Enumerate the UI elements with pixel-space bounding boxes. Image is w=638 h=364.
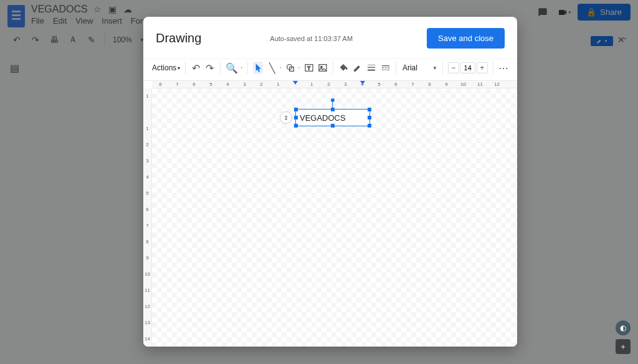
indent-marker-left[interactable] [293,81,298,85]
shape-tool[interactable] [285,62,296,74]
svg-rect-17 [389,70,389,70]
font-size-input[interactable]: 14 [460,62,475,73]
select-tool[interactable] [253,62,264,74]
font-size-decrease[interactable]: − [448,62,459,73]
border-dash-icon[interactable] [381,62,391,74]
svg-rect-6 [368,65,375,65]
border-weight-icon[interactable] [366,62,377,74]
svg-rect-10 [382,67,384,68]
textbox-tool[interactable]: T [303,62,314,74]
explore-icon[interactable]: ◐ [616,320,631,335]
svg-rect-15 [385,70,386,70]
font-select[interactable]: Arial [401,63,429,72]
line-tool[interactable]: ╲ [267,62,277,74]
resize-handle[interactable] [368,124,371,128]
dialog-title: Drawing [156,31,201,45]
textbox-selected[interactable]: VEGADOCS ⇕ [295,109,370,126]
autosave-status: Auto-saved at 11:03:37 AM [270,35,353,42]
horizontal-ruler: 87654321123456789101112 [152,81,517,88]
redo-icon[interactable]: ↷ [205,62,216,74]
border-color-icon[interactable] [353,62,363,74]
svg-rect-11 [385,67,387,68]
svg-rect-8 [368,70,375,71]
drawing-canvas[interactable]: VEGADOCS ⇕ [152,88,517,347]
svg-rect-12 [388,67,389,68]
more-icon[interactable]: ⋯ [498,62,509,74]
textbox-text[interactable]: VEGADOCS [300,113,346,123]
fill-color-icon[interactable] [338,62,349,74]
feedback-icon[interactable]: ＋ [616,339,631,354]
svg-rect-9 [382,65,389,66]
rotate-handle[interactable] [331,98,335,102]
resize-handle[interactable] [294,108,298,111]
save-and-close-button[interactable]: Save and close [427,28,505,49]
resize-handle[interactable] [331,124,335,128]
resize-handle[interactable] [294,124,298,128]
font-size-increase[interactable]: + [477,62,488,73]
undo-icon[interactable]: ↶ [191,62,201,74]
image-tool[interactable] [318,62,328,74]
zoom-icon[interactable]: 🔍 [226,62,238,74]
resize-handle[interactable] [368,108,371,111]
drawing-dialog: Drawing Auto-saved at 11:03:37 AM Save a… [143,17,517,347]
vertical-ruler: 11234567891011121314 [143,88,152,347]
actions-menu[interactable]: Actions▾ [152,63,180,72]
resize-handle[interactable] [294,116,298,119]
indent-marker-right[interactable] [360,81,365,85]
move-handle-icon[interactable]: ⇕ [280,111,292,124]
svg-text:T: T [307,65,310,71]
svg-rect-14 [384,70,384,70]
svg-point-5 [321,66,323,68]
resize-handle[interactable] [331,108,335,111]
svg-rect-16 [387,70,388,70]
svg-rect-13 [382,70,383,70]
svg-rect-7 [368,67,375,68]
resize-handle[interactable] [368,116,371,119]
